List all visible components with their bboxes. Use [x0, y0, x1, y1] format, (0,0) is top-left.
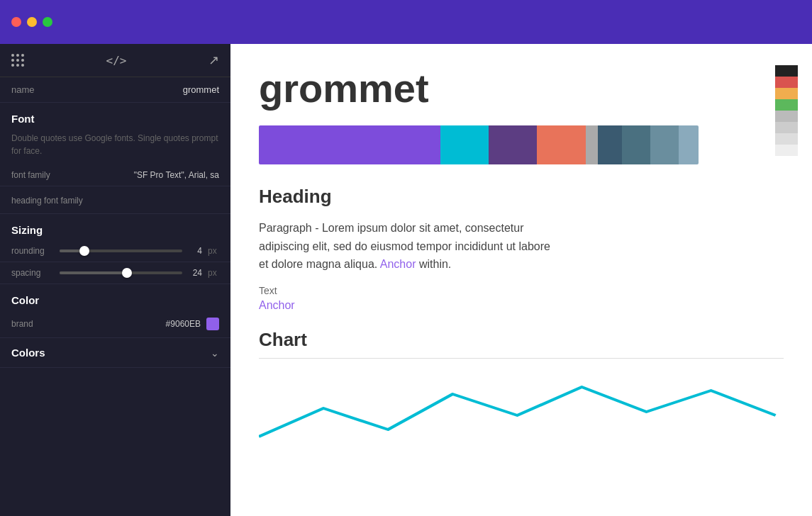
- palette-bar-mid-blue: [622, 125, 650, 164]
- font-hint: Double quotes use Google fonts. Single q…: [0, 129, 230, 164]
- colors-collapse-label: Colors: [11, 347, 45, 359]
- palette-bar-teal: [440, 125, 489, 164]
- rounding-row: rounding 4 px: [0, 240, 230, 262]
- brand-color-right: #9060EB: [166, 318, 219, 330]
- chart-divider: [259, 358, 784, 359]
- anchor-standalone[interactable]: Anchor: [259, 299, 784, 312]
- palette-bar-purple: [259, 125, 440, 164]
- mini-swatch-red: [775, 77, 798, 88]
- mini-swatch-gray2: [775, 122, 798, 133]
- spacing-row: spacing 24 px: [0, 262, 230, 284]
- mini-swatch-yellow: [775, 88, 798, 99]
- heading-font-row: heading font family: [0, 186, 230, 214]
- content-area: grommet Heading Paragraph - Lorem ipsum …: [230, 44, 812, 516]
- heading-font-label: heading font family: [11, 196, 83, 206]
- sidebar-toolbar: </> ↗: [0, 44, 230, 77]
- traffic-light-green[interactable]: [43, 17, 52, 27]
- font-family-value[interactable]: "SF Pro Text", Arial, sa: [134, 170, 219, 180]
- spacing-slider[interactable]: [60, 271, 182, 274]
- brand-color-row: brand #9060EB: [0, 310, 230, 338]
- spacing-value: 24: [188, 268, 202, 278]
- name-value: grommet: [183, 84, 219, 95]
- chart-area: [259, 373, 784, 458]
- font-family-row: font family "SF Pro Text", Arial, sa: [0, 164, 230, 186]
- rounding-value: 4: [188, 246, 202, 256]
- font-section-header: Font: [0, 103, 230, 129]
- sizing-section-header: Sizing: [0, 214, 230, 240]
- chart-svg: [259, 373, 784, 458]
- spacing-label: spacing: [11, 268, 54, 278]
- text-static-label: Text: [259, 285, 784, 296]
- palette-bar-gray: [586, 125, 598, 164]
- mini-palette: [775, 65, 798, 156]
- brand-hex[interactable]: #9060EB: [166, 319, 201, 329]
- mini-swatch-gray4: [775, 145, 798, 156]
- rounding-label: rounding: [11, 246, 54, 256]
- external-link-icon[interactable]: ↗: [208, 52, 219, 68]
- rounding-thumb[interactable]: [79, 246, 89, 256]
- palette-bar-lighter-blue: [679, 125, 699, 164]
- toolbar-left: [11, 54, 24, 67]
- mini-swatch-gray3: [775, 133, 798, 145]
- name-field: name grommet: [0, 77, 230, 103]
- mini-swatch-black: [775, 65, 798, 77]
- within-text: within.: [419, 258, 451, 270]
- font-family-label: font family: [11, 170, 50, 180]
- traffic-light-yellow[interactable]: [27, 17, 37, 27]
- mini-swatch-green: [775, 99, 798, 111]
- rounding-slider[interactable]: [60, 249, 182, 252]
- chart-line: [259, 387, 776, 437]
- rounding-unit: px: [208, 246, 219, 256]
- palette-bar-dark-purple: [489, 125, 537, 164]
- grid-icon[interactable]: [11, 54, 24, 67]
- code-icon[interactable]: </>: [106, 54, 127, 67]
- mini-swatch-gray1: [775, 111, 798, 122]
- color-palette: [259, 125, 699, 164]
- anchor-inline-link[interactable]: Anchor: [380, 258, 416, 270]
- color-section-header: Color: [0, 284, 230, 310]
- chart-section-label: Chart: [259, 329, 784, 351]
- palette-bar-light-blue: [650, 125, 679, 164]
- spacing-thumb[interactable]: [122, 268, 132, 278]
- titlebar: [0, 0, 812, 44]
- palette-bar-dark-blue: [598, 125, 622, 164]
- brand-swatch[interactable]: [206, 318, 219, 330]
- app-title: grommet: [259, 65, 784, 111]
- spacing-unit: px: [208, 268, 219, 278]
- paragraph-text: Paragraph - Lorem ipsum dolor sit amet, …: [259, 219, 557, 274]
- palette-bar-coral: [537, 125, 585, 164]
- traffic-light-red[interactable]: [11, 17, 21, 27]
- brand-label: brand: [11, 319, 33, 329]
- sidebar: </> ↗ name grommet Font Double quotes us…: [0, 44, 230, 516]
- heading-section-label: Heading: [259, 186, 784, 208]
- spacing-fill: [60, 271, 127, 274]
- main-layout: </> ↗ name grommet Font Double quotes us…: [0, 44, 812, 516]
- chevron-down-icon: ⌄: [211, 347, 219, 359]
- name-label: name: [11, 84, 35, 95]
- colors-collapse-row[interactable]: Colors ⌄: [0, 338, 230, 368]
